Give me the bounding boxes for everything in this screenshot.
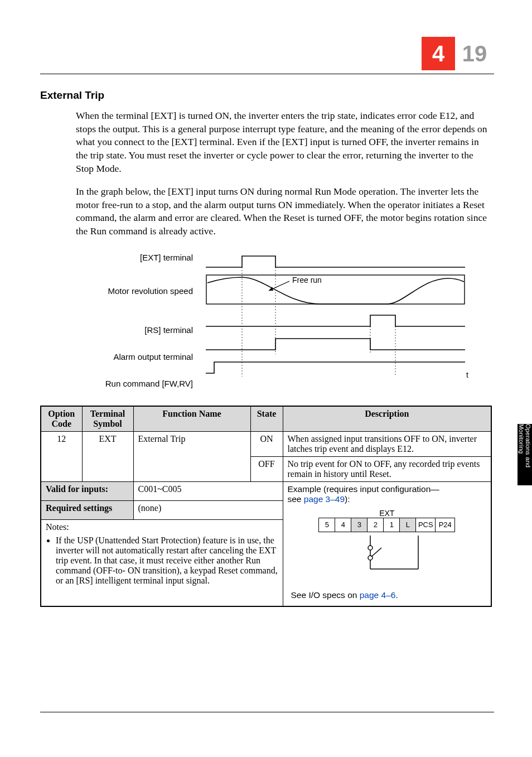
th-option-code: Option Code: [41, 406, 82, 432]
required-settings-value: (none): [133, 500, 283, 519]
th-function-name: Function Name: [133, 406, 250, 432]
th-terminal-symbol: Terminal Symbol: [82, 406, 133, 432]
timing-label-run: Run command [FW,RV]: [76, 375, 193, 399]
cell-option-code: 12: [41, 431, 82, 481]
cell-state-on: ON: [250, 431, 283, 456]
term-pcs: PCS: [416, 518, 436, 532]
th-state: State: [250, 406, 283, 432]
switch-icon: [337, 536, 437, 575]
notes-heading: Notes:: [46, 522, 278, 532]
seeio-pre: See I/O specs on: [291, 590, 360, 600]
page: 4 19 Operations and Monitoring External …: [0, 0, 532, 757]
svg-line-16: [371, 548, 381, 557]
table-row: Valid for inputs: C001~C005 Example (req…: [41, 481, 491, 500]
timing-labels: [EXT] terminal Motor revolution speed [R…: [76, 250, 196, 399]
timing-label-alarm: Alarm output terminal: [76, 349, 193, 375]
table-header-row: Option Code Terminal Symbol Function Nam…: [41, 406, 491, 432]
example-page-link[interactable]: page 3–49: [304, 494, 345, 504]
timing-label-speed: Motor revolution speed: [76, 275, 193, 322]
term-5: 5: [319, 518, 335, 532]
example-post: ):: [345, 494, 350, 504]
cell-terminal: EXT: [82, 431, 133, 481]
cell-desc-on: When assigned input transitions OFF to O…: [283, 431, 491, 456]
section-title: External Trip: [40, 89, 492, 102]
valid-for-inputs-label: Valid for inputs:: [41, 481, 133, 500]
reference-table: Option Code Terminal Symbol Function Nam…: [40, 406, 492, 607]
timing-label-ext: [EXT] terminal: [76, 250, 193, 275]
notes-cell: Notes: If the USP (Unattended Start Prot…: [41, 519, 283, 606]
term-l: L: [400, 518, 416, 532]
seeio-page-link[interactable]: page 4–6: [360, 590, 396, 600]
example-cell: Example (requires input configuration— s…: [283, 481, 491, 606]
paragraph-2: In the graph below, the [EXT] input turn…: [76, 185, 492, 238]
terminal-row: 5 4 3 2 1 L PCS P24: [318, 518, 455, 532]
term-1: 1: [384, 518, 400, 532]
timing-diagram: [EXT] terminal Motor revolution speed [R…: [76, 250, 492, 399]
svg-rect-2: [206, 275, 465, 304]
term-2: 2: [367, 518, 384, 532]
example-line1: Example (requires input configuration—: [288, 484, 487, 494]
notes-bullet: If the USP (Unattended Start Protection)…: [56, 536, 278, 586]
term-4: 4: [335, 518, 351, 532]
cell-function-name: External Trip: [133, 431, 250, 481]
paragraph-1: When the terminal [EXT] is turned ON, th…: [76, 109, 492, 175]
wiring-figure: EXT 5 4 3 2 1 L PCS P24: [288, 504, 487, 604]
header-rule: [40, 74, 494, 74]
cell-desc-off: No trip event for ON to OFF, any recorde…: [283, 456, 491, 481]
th-description: Description: [283, 406, 491, 432]
seeio-post: .: [395, 590, 398, 600]
see-io-specs: See I/O specs on page 4–6.: [291, 590, 398, 600]
chapter-number: 4: [422, 37, 455, 70]
term-p24: P24: [436, 518, 454, 532]
t-axis-label: t: [466, 370, 468, 379]
page-number: 19: [455, 37, 494, 70]
timing-svg: 1 0 Free run 1 0 1 0: [203, 250, 492, 399]
free-run-label: Free run: [292, 276, 322, 285]
ext-label: EXT: [379, 509, 394, 518]
example-pre: see: [288, 494, 304, 504]
cell-state-off: OFF: [250, 456, 283, 481]
timing-label-rs: [RS] terminal: [76, 322, 193, 349]
valid-for-inputs-value: C001~C005: [133, 481, 283, 500]
example-line2: see page 3–49):: [288, 494, 487, 504]
required-settings-label: Required settings: [41, 500, 133, 519]
body: When the terminal [EXT] is turned ON, th…: [76, 109, 492, 399]
side-tab: Operations and Monitoring: [518, 424, 532, 485]
chapter-page-badge: 4 19: [422, 37, 494, 70]
footer-rule: [40, 712, 494, 712]
table-row: 12 EXT External Trip ON When assigned in…: [41, 431, 491, 456]
term-3: 3: [351, 518, 367, 532]
svg-point-13: [368, 546, 373, 550]
